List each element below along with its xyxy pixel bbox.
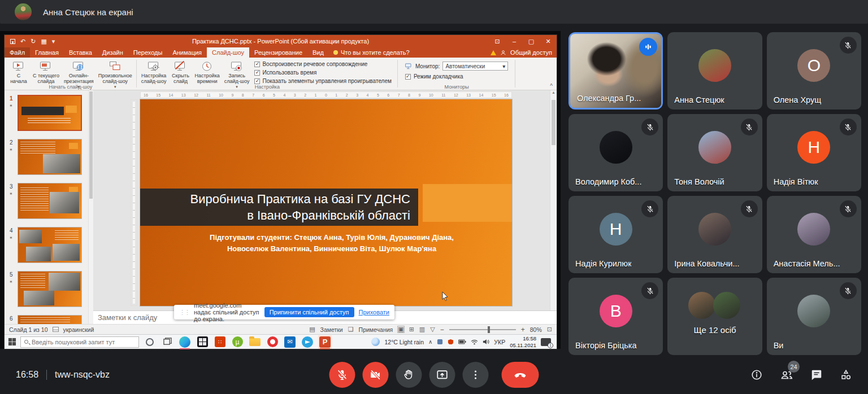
- store-icon[interactable]: [196, 335, 209, 349]
- tellme-box[interactable]: Что вы хотите сделать?: [333, 49, 410, 56]
- raise-hand-button[interactable]: [396, 362, 422, 388]
- maximize-button[interactable]: ▢: [523, 35, 540, 47]
- weather-text[interactable]: 12°C Light rain: [384, 339, 424, 345]
- tab-view[interactable]: Вид: [307, 47, 329, 58]
- chat-button[interactable]: [810, 369, 823, 381]
- language-indicator[interactable]: украинский: [63, 326, 94, 333]
- ribbon-button[interactable]: Произвольное слайд-шоу▾: [97, 59, 134, 84]
- participant-tile[interactable]: Анна Стецюк: [667, 32, 762, 110]
- ribbon-button[interactable]: С текущего слайда: [31, 59, 61, 84]
- normal-view-icon[interactable]: ▣: [398, 326, 403, 332]
- ribbon-button[interactable]: С начала: [7, 59, 30, 84]
- weather-icon[interactable]: [371, 338, 380, 346]
- monitor-select[interactable]: Автоматически ▾: [442, 62, 508, 71]
- tray-shield-icon[interactable]: [448, 339, 454, 345]
- slide-thumbnail[interactable]: 4✶: [5, 227, 88, 263]
- activities-button[interactable]: [840, 369, 852, 381]
- taskbar-clock[interactable]: 16:58 05.11.2021: [510, 335, 536, 349]
- save-icon[interactable]: [10, 39, 15, 44]
- editor-scrollbar[interactable]: ▲: [550, 90, 557, 310]
- ribbon-button[interactable]: Настройка слайд-шоу: [140, 59, 168, 84]
- participant-tile[interactable]: ООлена Хрущ: [767, 32, 861, 110]
- cortana-button[interactable]: [143, 335, 157, 349]
- minimize-button[interactable]: –: [506, 35, 523, 47]
- start-button[interactable]: [8, 338, 16, 346]
- volume-icon[interactable]: [483, 339, 489, 345]
- ribbon-button[interactable]: Скрыть слайд: [169, 59, 192, 84]
- zoom-level[interactable]: 80%: [530, 326, 542, 333]
- participant-tile[interactable]: Олександра Гр...: [568, 32, 663, 110]
- ribbon-collapse-icon[interactable]: ^: [550, 83, 553, 89]
- close-button[interactable]: ✕: [540, 35, 557, 47]
- fit-to-window-icon[interactable]: ⊡: [547, 326, 552, 332]
- slide-thumbnail[interactable]: 2✶: [5, 139, 88, 175]
- slide-sorter-view-icon[interactable]: ⊞: [409, 326, 414, 332]
- hide-link[interactable]: Приховати: [359, 309, 389, 316]
- participant-tile[interactable]: Ще 12 осіб: [667, 278, 762, 355]
- slide-thumbnail[interactable]: 5✶: [5, 271, 88, 307]
- redo-icon[interactable]: ↻: [31, 38, 36, 45]
- zoom-out-icon[interactable]: −: [440, 326, 444, 333]
- participant-tile[interactable]: ННадія Вітюк: [767, 114, 861, 191]
- undo-icon[interactable]: ↶: [20, 38, 25, 45]
- ribbon-button[interactable]: Онлайн- презентация▾: [62, 59, 96, 84]
- participant-tile[interactable]: Ірина Ковальчи...: [667, 196, 762, 273]
- tab-file[interactable]: Файл: [5, 47, 30, 58]
- tab-review[interactable]: Рецензирование: [249, 47, 307, 58]
- telegram-icon[interactable]: [301, 335, 314, 349]
- present-screen-button[interactable]: [429, 362, 455, 388]
- participant-tile[interactable]: ННадія Курилюк: [568, 196, 663, 273]
- ribbon-checkbox[interactable]: ✓Показать элементы управления проигрыват…: [254, 78, 391, 84]
- slide-canvas[interactable]: Виробнича Практика на базі ГУ ДСНС в Іва…: [140, 99, 512, 306]
- zoom-slider-knob[interactable]: [488, 326, 490, 333]
- tray-expand-icon[interactable]: ∧: [428, 339, 432, 345]
- zoom-in-icon[interactable]: +: [521, 326, 525, 333]
- slide-thumbnail[interactable]: 6✶: [5, 315, 88, 324]
- opera-icon[interactable]: [266, 335, 279, 349]
- meeting-details-button[interactable]: [750, 369, 763, 381]
- mail-icon[interactable]: ✉: [283, 335, 297, 349]
- file-explorer-icon[interactable]: [248, 335, 262, 349]
- zoom-slider[interactable]: [449, 329, 516, 330]
- language-switcher[interactable]: УКР: [494, 339, 505, 345]
- tab-home[interactable]: Главная: [30, 47, 64, 58]
- share-button[interactable]: Общий доступ: [510, 49, 552, 56]
- participant-tile[interactable]: ВВікторія Бріцька: [568, 278, 663, 355]
- slide-thumbnail[interactable]: 3✶: [5, 183, 88, 219]
- tray-app-icon[interactable]: [437, 339, 443, 345]
- wifi-icon[interactable]: [471, 339, 478, 345]
- camera-off-button[interactable]: [363, 362, 389, 388]
- drag-handle-icon[interactable]: ⋮⋮: [179, 309, 189, 316]
- tab-insert[interactable]: Вставка: [64, 47, 97, 58]
- ribbon-checkbox[interactable]: ✓Воспроизвести речевое сопровождение: [254, 61, 391, 67]
- tab-transitions[interactable]: Переходы: [128, 47, 168, 58]
- tab-animations[interactable]: Анимация: [167, 47, 207, 58]
- ribbon-button[interactable]: Запись слайд-шоу▾: [223, 59, 251, 84]
- slideshow-view-icon[interactable]: ▽: [430, 326, 435, 332]
- participant-tile[interactable]: Тоня Волочій: [667, 114, 762, 191]
- more-options-button[interactable]: [463, 362, 489, 388]
- search-input[interactable]: [32, 339, 135, 345]
- ribbon-checkbox[interactable]: ✓Использовать время: [254, 69, 391, 76]
- ribbon-button[interactable]: Настройка времени: [193, 59, 221, 84]
- battery-icon[interactable]: [458, 339, 466, 344]
- slideshow-start-icon[interactable]: ▦: [41, 38, 46, 45]
- qat-customize-icon[interactable]: ▾: [52, 38, 55, 45]
- utorrent-icon[interactable]: µ: [231, 335, 244, 349]
- hang-up-button[interactable]: [502, 362, 539, 388]
- powerpoint-taskbar-icon[interactable]: P: [318, 335, 332, 349]
- tab-slideshow[interactable]: Слайд-шоу: [207, 47, 249, 58]
- presenter-mode-checkbox[interactable]: ✓ Режим докладчика: [405, 73, 508, 80]
- slide-thumbnail[interactable]: 1✶: [5, 95, 88, 131]
- stop-sharing-button[interactable]: Припинити спільний доступ: [264, 307, 354, 317]
- participant-tile[interactable]: Володимир Коб...: [568, 114, 663, 191]
- task-view-button[interactable]: [160, 335, 174, 349]
- taskbar-search[interactable]: [20, 336, 139, 348]
- participant-tile[interactable]: Ви: [767, 278, 861, 355]
- participants-button[interactable]: 24: [780, 368, 793, 382]
- ribbon-display-icon[interactable]: ⊡: [489, 35, 506, 47]
- edge-icon[interactable]: [178, 335, 192, 349]
- app-icon-red[interactable]: ∷: [213, 335, 227, 349]
- spellcheck-icon[interactable]: [53, 327, 59, 332]
- thumbnails-scrollbar[interactable]: [88, 90, 93, 324]
